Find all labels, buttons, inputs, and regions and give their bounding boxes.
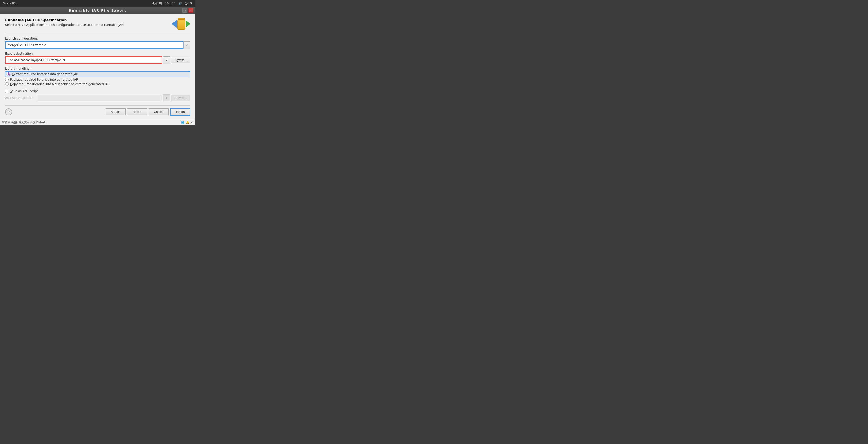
ant-script-checkbox-row: Save as ANT script bbox=[5, 89, 190, 93]
back-button-label: < Back bbox=[111, 110, 120, 114]
power-icon: ⏻ bbox=[185, 1, 188, 5]
library-option-package-label: Package required libraries into generate… bbox=[10, 78, 78, 81]
arrow-right-icon bbox=[186, 20, 190, 27]
export-dropdown-arrow-icon: ▼ bbox=[165, 59, 168, 62]
library-option-copy-label: Copy required libraries into a sub-folde… bbox=[10, 82, 110, 86]
ant-location-input bbox=[37, 95, 162, 101]
jar-container bbox=[177, 18, 185, 30]
library-option-extract-label: Extract required libraries into generate… bbox=[12, 72, 79, 76]
menu-icon[interactable]: ▼ bbox=[190, 1, 192, 5]
library-handling-label: Library handling: bbox=[5, 67, 190, 70]
export-destination-input[interactable] bbox=[5, 56, 162, 64]
system-bar: Scala IDE 4月18日 16：11 🔊 ⏻ ▼ bbox=[0, 0, 195, 6]
ant-browse-button: Browse... bbox=[171, 95, 190, 101]
launch-config-label: Launch configuration: bbox=[5, 37, 190, 40]
launch-config-label-text: aunch configuration: bbox=[7, 37, 38, 40]
library-handling-label-underline: L bbox=[5, 67, 7, 70]
launch-config-field[interactable]: MergeFile - HDFSExample bbox=[5, 41, 183, 49]
status-bar-right: 🌐 🔔 ⚙ bbox=[181, 121, 193, 124]
launch-config-dropdown-row: MergeFile - HDFSExample ▼ bbox=[5, 41, 190, 49]
button-bar-right: < Back Next > Cancel Finish bbox=[106, 108, 190, 116]
ant-location-label: ANT script location: bbox=[5, 96, 34, 100]
window-maximize-button[interactable]: □ bbox=[182, 8, 187, 12]
export-destination-section: Export destination: ▼ Browse... bbox=[5, 52, 190, 64]
dialog-header-text: Runnable JAR File Specification Select a… bbox=[5, 18, 124, 27]
export-browse-label: Browse... bbox=[175, 58, 187, 62]
status-message: 请将鼠标指针移入其中或按 Ctrl+G。 bbox=[2, 121, 48, 124]
library-handling-section: Library handling: Extract required libra… bbox=[5, 67, 190, 86]
arrow-left-icon bbox=[172, 20, 177, 28]
launch-config-section: Launch configuration: MergeFile - HDFSEx… bbox=[5, 37, 190, 49]
status-icon: ⚙ bbox=[191, 121, 193, 124]
volume-icon: 🔊 bbox=[178, 1, 182, 5]
finish-button[interactable]: Finish bbox=[170, 108, 190, 116]
export-browse-button[interactable]: Browse... bbox=[171, 57, 190, 63]
ant-location-dropdown-button: ▼ bbox=[163, 94, 170, 101]
export-destination-row: ▼ Browse... bbox=[5, 56, 190, 64]
app-name[interactable]: Scala IDE bbox=[3, 1, 17, 5]
button-bar-left: ? bbox=[5, 108, 12, 116]
export-destination-dropdown-button[interactable]: ▼ bbox=[163, 56, 170, 64]
ant-script-checkbox[interactable] bbox=[5, 90, 8, 93]
dialog-titlebar: Runnable JAR File Export □ ✕ bbox=[0, 6, 195, 14]
export-destination-label-underline: E bbox=[5, 52, 7, 55]
library-option-copy[interactable]: Copy required libraries into a sub-folde… bbox=[5, 82, 190, 86]
next-button[interactable]: Next > bbox=[127, 108, 147, 116]
back-button[interactable]: < Back bbox=[106, 108, 126, 116]
status-bar: 请将鼠标指针移入其中或按 Ctrl+G。 🌐 🔔 ⚙ bbox=[0, 120, 195, 125]
button-bar: ? < Back Next > Cancel Finish bbox=[5, 105, 190, 117]
system-time: 4月18日 16：11 bbox=[152, 1, 176, 5]
ant-script-section: Save as ANT script ANT script location: … bbox=[5, 89, 190, 101]
export-destination-label-text: xport destination: bbox=[7, 52, 34, 55]
ant-script-checkbox-label: Save as ANT script bbox=[10, 89, 38, 93]
network-icon: 🌐 bbox=[181, 121, 184, 124]
dialog-header-icon bbox=[172, 18, 190, 30]
dialog-header: Runnable JAR File Specification Select a… bbox=[5, 18, 190, 33]
ant-browse-label: Browse... bbox=[175, 96, 187, 100]
launch-config-dropdown-button[interactable]: ▼ bbox=[183, 41, 190, 49]
library-option-extract[interactable]: Extract required libraries into generate… bbox=[5, 71, 190, 77]
library-option-package-radio[interactable] bbox=[5, 78, 8, 81]
system-bar-right: 4月18日 16：11 🔊 ⏻ ▼ bbox=[152, 1, 192, 5]
dialog-description: Select a 'Java Application' launch confi… bbox=[5, 23, 124, 27]
library-option-extract-radio[interactable] bbox=[7, 72, 10, 76]
library-option-copy-radio[interactable] bbox=[5, 82, 8, 86]
export-destination-label: Export destination: bbox=[5, 52, 190, 55]
window-close-button[interactable]: ✕ bbox=[188, 8, 193, 12]
jar-lid bbox=[178, 18, 185, 20]
window-controls: □ ✕ bbox=[182, 8, 193, 12]
cancel-button[interactable]: Cancel bbox=[149, 108, 169, 116]
next-button-label: Next > bbox=[133, 110, 142, 114]
window-close-icon: ✕ bbox=[190, 9, 192, 12]
ant-script-input-row: ANT script location: ▼ Browse... bbox=[5, 94, 190, 101]
ant-dropdown-arrow-icon: ▼ bbox=[165, 97, 168, 99]
cancel-button-label: Cancel bbox=[154, 110, 163, 114]
library-handling-label-text: ibrary handling: bbox=[7, 67, 31, 70]
dropdown-arrow-icon: ▼ bbox=[186, 44, 188, 46]
help-button[interactable]: ? bbox=[5, 108, 12, 116]
launch-config-label-underline: L bbox=[5, 37, 7, 40]
finish-button-label: Finish bbox=[176, 110, 185, 114]
window-maximize-icon: □ bbox=[184, 9, 186, 12]
library-option-package[interactable]: Package required libraries into generate… bbox=[5, 78, 190, 81]
dialog-content: Runnable JAR File Specification Select a… bbox=[0, 14, 195, 120]
dialog-heading: Runnable JAR File Specification bbox=[5, 18, 124, 22]
library-handling-radio-group: Extract required libraries into generate… bbox=[5, 71, 190, 86]
jar-body bbox=[177, 20, 185, 30]
notification-icon: 🔔 bbox=[186, 121, 189, 124]
help-icon: ? bbox=[7, 110, 10, 114]
dialog-title: Runnable JAR File Export bbox=[69, 8, 126, 12]
